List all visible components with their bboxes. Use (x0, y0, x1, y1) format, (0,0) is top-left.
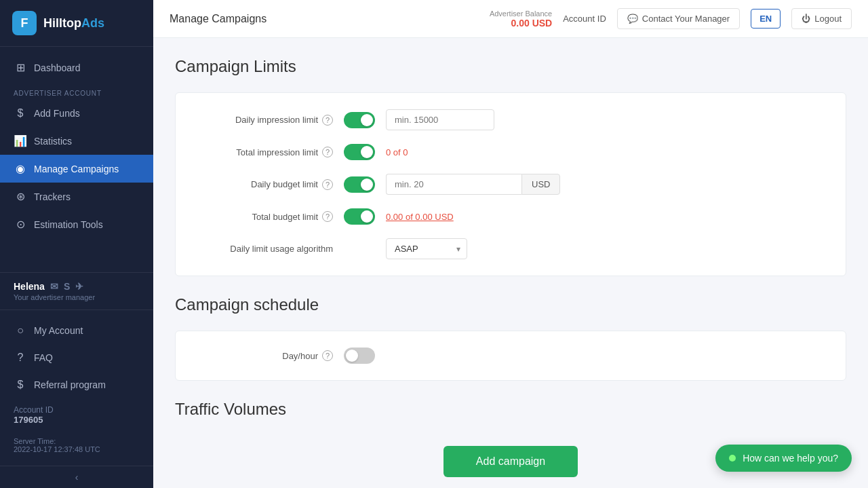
total-budget-row: Total budget limit ? 0.00 of 0.00 USD (197, 208, 824, 225)
manager-section: Helena ✉ S ✈ Your advertiser manager (0, 272, 153, 309)
total-impression-value: 0 of 0 (386, 147, 408, 157)
campaign-limits-section: Daily impression limit ? Total impressio… (175, 92, 846, 276)
sidebar: F HilltopAds ⊞ Dashboard ADVERTISER ACCO… (0, 0, 153, 488)
manage-campaigns-icon: ◉ (14, 162, 27, 175)
topbar: Manage Campaigns Advertiser Balance 0.00… (153, 0, 868, 38)
sidebar-item-label: Referral program (34, 379, 106, 390)
traffic-volumes-title: Traffic Volumes (175, 400, 846, 419)
sidebar-item-estimation-tools[interactable]: ⊙ Estimation Tools (0, 210, 153, 238)
total-budget-toggle[interactable] (344, 208, 375, 225)
logout-button[interactable]: ⏻ Logout (791, 8, 852, 29)
daily-impression-help-icon[interactable]: ? (322, 115, 333, 126)
daily-budget-help-icon[interactable]: ? (322, 179, 333, 190)
sidebar-item-label: Dashboard (34, 62, 81, 73)
sidebar-item-label: Manage Campaigns (34, 164, 119, 174)
daily-budget-label: Daily budget limit ? (197, 179, 333, 190)
topbar-right: Advertiser Balance 0.00 USD Account ID 💬… (490, 8, 852, 29)
daily-budget-input[interactable] (386, 174, 521, 195)
daily-impression-input[interactable] (386, 109, 494, 130)
dashboard-icon: ⊞ (14, 61, 27, 74)
daily-impression-row: Daily impression limit ? (197, 109, 824, 130)
sidebar-collapse-button[interactable]: ‹ (0, 466, 153, 488)
add-funds-icon: $ (14, 107, 27, 119)
campaign-limits-title: Campaign Limits (175, 57, 846, 76)
day-hour-help-icon[interactable]: ? (322, 350, 333, 361)
daily-impression-toggle[interactable] (344, 112, 375, 128)
total-impression-help-icon[interactable]: ? (322, 147, 333, 157)
daily-budget-input-group: USD (386, 174, 560, 195)
contact-manager-button[interactable]: 💬 Contact Your Manager (617, 8, 740, 29)
logo-icon: F (12, 11, 37, 35)
balance-value: 0.00 USD (490, 18, 552, 29)
day-hour-toggle[interactable] (344, 348, 375, 364)
trackers-icon: ⊛ (14, 190, 27, 203)
sidebar-navigation: ⊞ Dashboard ADVERTISER ACCOUNT $ Add Fun… (0, 47, 153, 272)
sidebar-item-faq[interactable]: ? FAQ (0, 344, 153, 371)
manager-subtitle: Your advertiser manager (14, 293, 140, 301)
chat-bubble[interactable]: How can we help you? (715, 445, 852, 472)
total-impression-toggle[interactable] (344, 144, 375, 160)
logo-text: HilltopAds (43, 16, 104, 31)
campaign-schedule-title: Campaign schedule (175, 295, 846, 314)
statistics-icon: 📊 (14, 134, 27, 147)
sidebar-section-advertiser: ADVERTISER ACCOUNT (0, 81, 153, 100)
add-campaign-button[interactable]: Add campaign (443, 446, 578, 477)
daily-budget-row: Daily budget limit ? USD (197, 174, 824, 195)
manager-name: Helena ✉ S ✈ (14, 281, 140, 292)
total-budget-value: 0.00 of 0.00 USD (386, 212, 454, 222)
server-time: Server Time: 2022-10-17 12:37:48 UTC (0, 432, 153, 459)
daily-limit-algo-select[interactable]: ASAP Smooth (386, 238, 467, 259)
page-content: Campaign Limits Daily impression limit ? (153, 38, 868, 435)
manager-telegram-icon[interactable]: ✈ (75, 281, 83, 292)
sidebar-item-label: Statistics (34, 136, 72, 147)
total-impression-row: Total impression limit ? 0 of 0 (197, 144, 824, 160)
sidebar-item-label: My Account (34, 325, 83, 336)
topbar-account-id: Account ID (563, 14, 606, 24)
daily-limit-algo-dropdown-wrapper: ASAP Smooth ▾ (386, 238, 467, 259)
chat-icon: 💬 (627, 14, 638, 24)
sidebar-item-label: FAQ (34, 352, 53, 363)
account-id-display: Account ID 179605 (0, 398, 153, 432)
sidebar-bottom: ○ My Account ? FAQ $ Referral program Ac… (0, 309, 153, 466)
sidebar-item-referral[interactable]: $ Referral program (0, 371, 153, 398)
day-hour-row: Day/hour ? (197, 348, 824, 364)
my-account-icon: ○ (14, 324, 27, 337)
referral-icon: $ (14, 379, 27, 391)
faq-icon: ? (14, 352, 27, 364)
manager-email-icon[interactable]: ✉ (50, 281, 58, 292)
total-impression-label: Total impression limit ? (197, 147, 333, 157)
daily-impression-label: Daily impression limit ? (197, 115, 333, 126)
language-button[interactable]: EN (751, 9, 781, 29)
sidebar-item-dashboard[interactable]: ⊞ Dashboard (0, 54, 153, 81)
daily-budget-currency-button[interactable]: USD (521, 174, 560, 195)
chat-online-dot (729, 455, 736, 462)
daily-limit-algo-row: Daily limit usage algorithm ASAP Smooth … (197, 238, 824, 259)
daily-limit-algo-label: Daily limit usage algorithm (197, 244, 333, 254)
logout-icon: ⏻ (802, 14, 810, 24)
sidebar-item-manage-campaigns[interactable]: ◉ Manage Campaigns (0, 155, 153, 183)
campaign-schedule-section: Day/hour ? (175, 331, 846, 381)
sidebar-item-label: Trackers (34, 191, 71, 202)
sidebar-item-add-funds[interactable]: $ Add Funds (0, 100, 153, 127)
advertiser-balance: Advertiser Balance 0.00 USD (490, 10, 552, 29)
manager-skype-icon[interactable]: S (64, 281, 70, 292)
sidebar-item-trackers[interactable]: ⊛ Trackers (0, 183, 153, 210)
main-content: Manage Campaigns Advertiser Balance 0.00… (153, 0, 868, 488)
daily-budget-toggle[interactable] (344, 176, 375, 193)
sidebar-item-label: Add Funds (34, 108, 80, 119)
total-budget-help-icon[interactable]: ? (322, 211, 333, 222)
chat-bubble-label: How can we help you? (743, 453, 838, 464)
day-hour-label: Day/hour ? (197, 350, 333, 361)
sidebar-logo: F HilltopAds (0, 0, 153, 47)
page-title: Manage Campaigns (170, 13, 479, 25)
estimation-tools-icon: ⊙ (14, 218, 27, 231)
sidebar-item-my-account[interactable]: ○ My Account (0, 317, 153, 344)
sidebar-item-statistics[interactable]: 📊 Statistics (0, 127, 153, 155)
sidebar-item-label: Estimation Tools (34, 219, 103, 230)
total-budget-label: Total budget limit ? (197, 211, 333, 222)
